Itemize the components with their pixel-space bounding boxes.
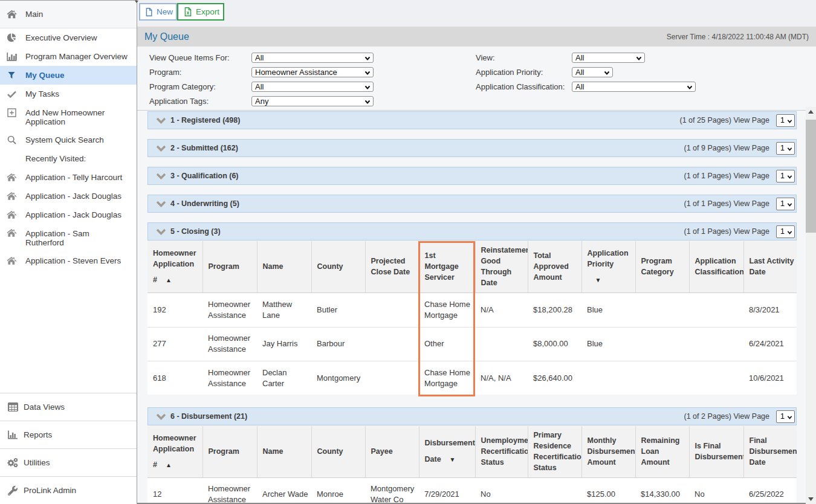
svg-text:x: x bbox=[186, 10, 189, 16]
